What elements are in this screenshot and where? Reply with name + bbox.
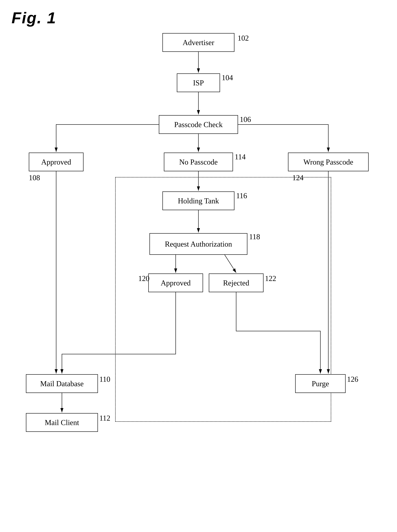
box-advertiser: Advertiser bbox=[162, 33, 235, 52]
box-approved-top: Approved bbox=[29, 153, 84, 171]
label-holding-tank: Holding Tank bbox=[178, 197, 219, 205]
figure-title: Fig. 1 bbox=[12, 9, 56, 27]
box-mail-client: Mail Client bbox=[26, 413, 98, 432]
ref-passcode-check: 106 bbox=[240, 115, 251, 124]
label-advertiser: Advertiser bbox=[183, 38, 214, 47]
box-passcode-check: Passcode Check bbox=[159, 115, 238, 134]
ref-rejected: 122 bbox=[265, 274, 276, 283]
label-passcode-check: Passcode Check bbox=[174, 120, 223, 129]
box-rejected: Rejected bbox=[209, 274, 264, 292]
label-rejected: Rejected bbox=[223, 279, 249, 287]
label-no-passcode: No Passcode bbox=[179, 158, 217, 166]
ref-mail-client: 112 bbox=[99, 414, 110, 422]
label-approved-bottom: Approved bbox=[161, 279, 191, 287]
ref-isp: 104 bbox=[222, 73, 233, 82]
box-request-auth: Request Authorization bbox=[149, 233, 247, 255]
box-no-passcode: No Passcode bbox=[164, 153, 233, 171]
label-wrong-passcode: Wrong Passcode bbox=[304, 158, 353, 166]
box-mail-database: Mail Database bbox=[26, 374, 98, 393]
ref-request-auth: 118 bbox=[249, 232, 260, 241]
box-holding-tank: Holding Tank bbox=[162, 191, 235, 210]
label-approved-top: Approved bbox=[41, 158, 71, 166]
ref-approved-top: 108 bbox=[29, 173, 40, 182]
ref-holding-tank: 116 bbox=[236, 191, 247, 200]
label-request-auth: Request Authorization bbox=[165, 240, 232, 248]
box-isp: ISP bbox=[177, 73, 220, 92]
box-approved-bottom: Approved bbox=[148, 274, 203, 292]
ref-advertiser: 102 bbox=[238, 34, 249, 42]
label-purge: Purge bbox=[312, 379, 329, 388]
ref-purge: 126 bbox=[347, 375, 358, 384]
ref-approved-bottom: 120 bbox=[138, 274, 149, 283]
box-wrong-passcode: Wrong Passcode bbox=[288, 153, 369, 171]
ref-mail-database: 110 bbox=[99, 375, 110, 384]
ref-no-passcode: 114 bbox=[235, 153, 246, 161]
box-purge: Purge bbox=[295, 374, 346, 393]
label-mail-client: Mail Client bbox=[45, 418, 79, 427]
label-mail-database: Mail Database bbox=[40, 379, 84, 388]
label-isp: ISP bbox=[193, 79, 204, 87]
